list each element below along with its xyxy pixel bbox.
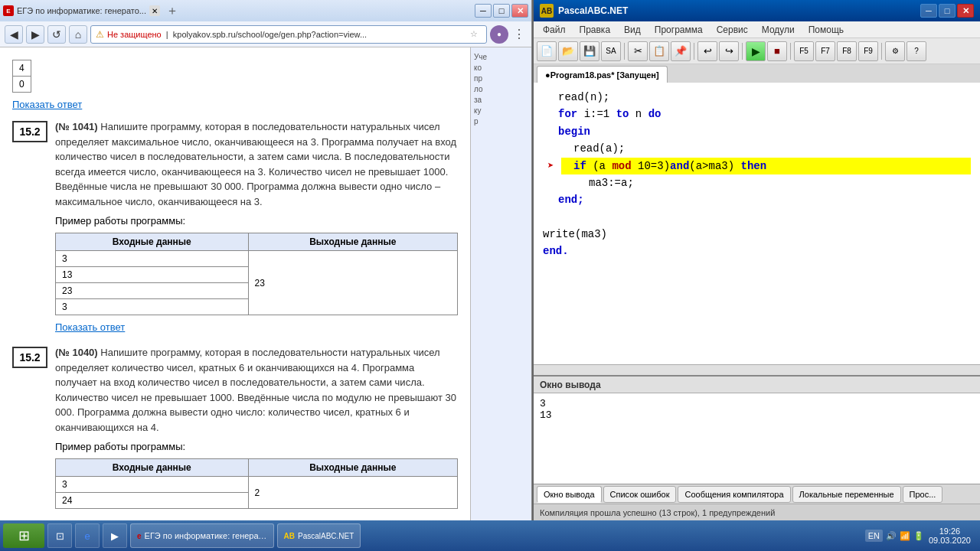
browser-minimize-button[interactable]: ─ bbox=[475, 4, 492, 18]
home-button[interactable]: ⌂ bbox=[69, 25, 87, 44]
menu-help[interactable]: Помощь bbox=[802, 23, 850, 37]
browser-win-controls: ─ □ ✕ bbox=[475, 4, 528, 18]
new-tab-button[interactable]: ＋ bbox=[163, 2, 181, 20]
pascal-close-button[interactable]: ✕ bbox=[957, 4, 974, 18]
toolbar-debug1[interactable]: F5 bbox=[794, 41, 814, 61]
toolbar-debug3[interactable]: F8 bbox=[837, 41, 857, 61]
toolbar-cut[interactable]: ✂ bbox=[628, 41, 648, 61]
taskbar-show-desktop[interactable]: ⊡ bbox=[47, 523, 72, 548]
back-button[interactable]: ◀ bbox=[5, 25, 23, 44]
menu-program[interactable]: Программа bbox=[648, 23, 709, 37]
code-line-8 bbox=[543, 209, 971, 226]
pascal-editor-tabs: ●Program18.pas* [Запущен] bbox=[534, 64, 980, 83]
volume-icon[interactable]: 🔊 bbox=[886, 531, 897, 541]
toolbar-redo[interactable]: ↪ bbox=[719, 41, 739, 61]
profile-button[interactable]: ● bbox=[490, 25, 508, 44]
output-tab-locals[interactable]: Локальные переменные bbox=[792, 486, 901, 503]
exercise-2-body: (№ 1040) Напишите программу, которая в п… bbox=[55, 345, 458, 515]
toolbar-extra1[interactable]: ⚙ bbox=[885, 41, 905, 61]
toolbar-stop[interactable]: ■ bbox=[767, 41, 787, 61]
toolbar-debug2[interactable]: F7 bbox=[815, 41, 835, 61]
debug-arrow-icon: ➤ bbox=[547, 158, 554, 174]
mod-keyword: mod bbox=[612, 158, 631, 174]
code-line-1: read(n); bbox=[543, 89, 971, 106]
pascal-title-text: PascalABC.NET bbox=[558, 5, 628, 16]
ex2-r1-output: 2 bbox=[248, 477, 457, 509]
browser-titlebar: E ЕГЭ по информатике: генерато... ✕ ＋ ─ … bbox=[0, 0, 531, 21]
pascal-output-content[interactable]: 3 13 bbox=[534, 393, 980, 484]
pascal-minimize-button[interactable]: ─ bbox=[920, 4, 937, 18]
browser-tab-close[interactable]: ✕ bbox=[149, 5, 160, 16]
address-bar[interactable]: ⚠ Не защищено | kpolyakov.spb.ru/school/… bbox=[90, 25, 487, 44]
output-tab-console[interactable]: Окно вывода bbox=[537, 486, 602, 503]
ex1-r1-input: 3 bbox=[56, 251, 249, 267]
taskbar-clock[interactable]: 19:26 09.03.2020 bbox=[929, 527, 971, 545]
toolbar-new[interactable]: 📄 bbox=[537, 41, 557, 61]
pascal-window: AB PascalABC.NET ─ □ ✕ Файл Правка Вид П… bbox=[532, 0, 980, 520]
exercise-1-number: 15.2 bbox=[12, 121, 47, 142]
menu-modules[interactable]: Модули bbox=[756, 23, 801, 37]
toolbar-paste[interactable]: 📌 bbox=[671, 41, 691, 61]
exercise-1-table: Входные данные Выходные данные 3 23 bbox=[55, 233, 458, 315]
ex1-col-output: Выходные данные bbox=[248, 233, 457, 251]
taskbar-pascal-btn[interactable]: AB PascalABC.NET bbox=[277, 523, 361, 548]
taskbar: ⊞ ⊡ e ▶ e ЕГЭ по информатике: генерато..… bbox=[0, 520, 980, 551]
taskbar-media[interactable]: ▶ bbox=[103, 523, 127, 548]
code-line-9: write(ma3) bbox=[543, 226, 971, 243]
browser-toolbar: ◀ ▶ ↺ ⌂ ⚠ Не защищено | kpolyakov.spb.ru… bbox=[0, 21, 531, 47]
security-icon: ⚠ bbox=[96, 29, 104, 40]
toolbar-saveas[interactable]: SA bbox=[601, 41, 621, 61]
toolbar-save[interactable]: 💾 bbox=[580, 41, 599, 61]
output-tab-errors[interactable]: Список ошибок bbox=[603, 486, 677, 503]
toolbar-undo[interactable]: ↩ bbox=[697, 41, 717, 61]
toolbar-copy[interactable]: 📋 bbox=[649, 41, 669, 61]
exercise-2-text: (№ 1040) Напишите программу, которая в п… bbox=[55, 345, 458, 435]
battery-icon: 🔋 bbox=[913, 531, 924, 541]
clock-date: 09.03.2020 bbox=[929, 536, 971, 545]
browser-close-button[interactable]: ✕ bbox=[511, 4, 528, 18]
menu-file[interactable]: Файл bbox=[537, 23, 572, 37]
ex1-r1-output: 23 bbox=[248, 251, 457, 315]
pascal-tab-program18[interactable]: ●Program18.pas* [Запущен] bbox=[537, 66, 668, 83]
output-tab-proc[interactable]: Проc... bbox=[903, 486, 943, 503]
editor-scrollbar-h[interactable] bbox=[534, 364, 980, 375]
toolbar-run[interactable]: ▶ bbox=[746, 41, 766, 61]
address-text: Не защищено | kpolyakov.spb.ru/school/og… bbox=[107, 30, 463, 39]
browser-menu-button[interactable]: ⋮ bbox=[511, 27, 527, 42]
reload-button[interactable]: ↺ bbox=[47, 25, 66, 44]
windows-logo-icon: ⊞ bbox=[18, 527, 30, 544]
bookmark-button[interactable]: ☆ bbox=[466, 27, 482, 42]
toolbar-sep-1 bbox=[624, 43, 625, 60]
code-area[interactable]: read(n); for i:=1 to n do begin read(a);… bbox=[534, 83, 980, 364]
menu-edit[interactable]: Правка bbox=[573, 23, 617, 37]
exercise-1-num-label: (№ 1041) bbox=[55, 121, 98, 132]
exercise-2-table: Входные данные Выходные данные 3 2 bbox=[55, 458, 458, 509]
show-answer-1[interactable]: Показать ответ bbox=[55, 321, 458, 333]
browser-favicon: E bbox=[3, 5, 14, 16]
toolbar-extra2[interactable]: ? bbox=[906, 41, 926, 61]
start-button[interactable]: ⊞ bbox=[3, 523, 44, 548]
ex2-col-output: Выходные данные bbox=[248, 459, 457, 477]
forward-button[interactable]: ▶ bbox=[26, 25, 44, 44]
taskbar-browser-btn[interactable]: e ЕГЭ по информатике: генерато... bbox=[130, 523, 274, 548]
pascal-win-controls: ─ □ ✕ bbox=[920, 4, 974, 18]
pascal-editor[interactable]: read(n); for i:=1 to n do begin read(a);… bbox=[534, 83, 980, 375]
toolbar-open[interactable]: 📂 bbox=[558, 41, 578, 61]
menu-service[interactable]: Сервис bbox=[710, 23, 754, 37]
ex1-r4-input: 3 bbox=[56, 299, 249, 315]
output-tab-compiler[interactable]: Сообщения компилятора bbox=[678, 486, 790, 503]
toolbar-debug4[interactable]: F9 bbox=[858, 41, 878, 61]
ex2-col-input: Входные данные bbox=[56, 459, 249, 477]
pascal-maximize-button[interactable]: □ bbox=[939, 4, 956, 18]
toolbar-sep-4 bbox=[790, 43, 791, 60]
menu-view[interactable]: Вид bbox=[618, 23, 647, 37]
clock-time: 19:26 bbox=[929, 527, 971, 536]
exercise-2-example-label: Пример работы программы: bbox=[55, 441, 458, 452]
show-answer-link-top[interactable]: Показать ответ bbox=[12, 99, 82, 110]
browser-maximize-button[interactable]: □ bbox=[493, 4, 510, 18]
lang-indicator[interactable]: EN bbox=[865, 530, 883, 542]
page-content[interactable]: 4 0 Показать ответ 15.2 (№ 1041) Напишит… bbox=[0, 47, 470, 520]
taskbar-pascal-label: PascalABC.NET bbox=[298, 532, 354, 540]
exercise-1-body: (№ 1041) Напишите программу, которая в п… bbox=[55, 119, 458, 333]
taskbar-ie[interactable]: e bbox=[75, 523, 100, 548]
